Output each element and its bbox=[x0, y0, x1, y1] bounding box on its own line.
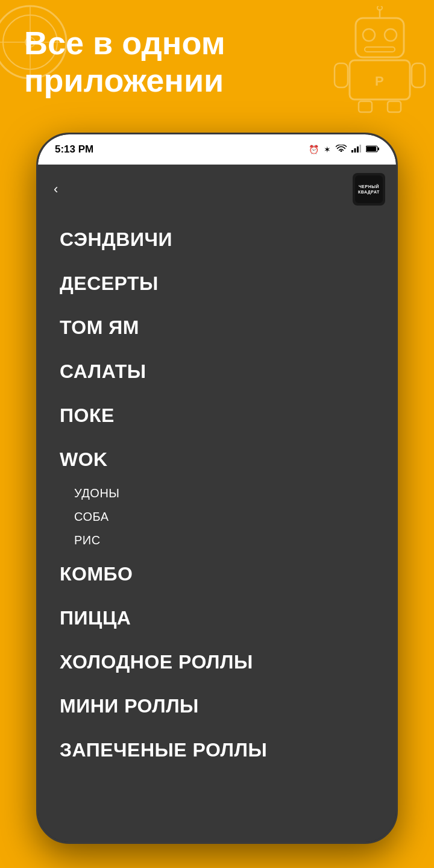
phone-screen: 5:13 PM ⏰ ✶ ‹ bbox=[38, 134, 396, 842]
logo-line2: КВАДРАТ bbox=[358, 190, 380, 194]
menu-item-tom-yam[interactable]: ТОМ ЯМ bbox=[38, 306, 396, 350]
svg-rect-13 bbox=[388, 101, 401, 112]
menu-item-desserts[interactable]: ДЕСЕРТЫ bbox=[38, 262, 396, 306]
phone-frame: 5:13 PM ⏰ ✶ ‹ bbox=[36, 133, 398, 844]
menu-item-combo[interactable]: КОМБО bbox=[38, 552, 396, 596]
wifi-icon bbox=[336, 145, 347, 155]
svg-rect-22 bbox=[366, 146, 376, 151]
menu-sub-item-soba[interactable]: СОБА bbox=[38, 505, 396, 529]
svg-rect-17 bbox=[351, 150, 353, 153]
menu-item-sandwiches[interactable]: СЭНДВИЧИ bbox=[38, 218, 396, 262]
svg-text:Р: Р bbox=[375, 74, 384, 89]
menu-list[interactable]: СЭНДВИЧИ ДЕСЕРТЫ ТОМ ЯМ САЛАТЫ ПОКЕ WOK … bbox=[38, 212, 396, 842]
alarm-icon: ⏰ bbox=[309, 145, 319, 154]
menu-sub-item-udon[interactable]: УДОНЫ bbox=[38, 482, 396, 505]
bluetooth-icon: ✶ bbox=[324, 145, 331, 154]
svg-point-6 bbox=[363, 29, 375, 41]
logo-line1: ЧЕРНЫЙ bbox=[359, 184, 379, 189]
menu-sub-item-rice[interactable]: РИС bbox=[38, 529, 396, 552]
menu-item-cold-rolls[interactable]: ХОЛОДНОЕ РОЛЛЫ bbox=[38, 640, 396, 684]
svg-rect-12 bbox=[359, 101, 372, 112]
svg-rect-5 bbox=[356, 18, 404, 57]
svg-rect-14 bbox=[335, 63, 348, 87]
menu-item-poke[interactable]: ПОКЕ bbox=[38, 394, 396, 438]
svg-rect-15 bbox=[412, 63, 425, 87]
menu-item-salads[interactable]: САЛАТЫ bbox=[38, 350, 396, 394]
svg-point-7 bbox=[385, 29, 397, 41]
svg-rect-19 bbox=[357, 146, 359, 153]
menu-item-pizza[interactable]: ПИЦЦА bbox=[38, 596, 396, 640]
svg-rect-18 bbox=[354, 148, 356, 153]
svg-point-10 bbox=[377, 6, 382, 10]
svg-rect-11 bbox=[350, 60, 410, 99]
app-content: ‹ ЧЕРНЫЙ КВАДРАТ СЭНДВИЧИ ДЕСЕРТЫ ТОМ ЯМ… bbox=[38, 165, 396, 842]
menu-item-baked-rolls[interactable]: ЗАПЕЧЕНЫЕ РОЛЛЫ bbox=[38, 728, 396, 772]
status-icons: ⏰ ✶ bbox=[309, 145, 379, 155]
robot-deco-icon: Р bbox=[332, 6, 428, 115]
nav-bar: ‹ ЧЕРНЫЙ КВАДРАТ bbox=[38, 165, 396, 212]
battery-icon bbox=[366, 145, 379, 154]
svg-rect-8 bbox=[365, 47, 395, 52]
status-bar: 5:13 PM ⏰ ✶ bbox=[38, 134, 396, 165]
svg-rect-20 bbox=[360, 145, 362, 153]
svg-rect-23 bbox=[378, 148, 379, 151]
back-button[interactable]: ‹ bbox=[49, 179, 63, 200]
status-time: 5:13 PM bbox=[55, 143, 93, 156]
menu-item-wok[interactable]: WOK bbox=[38, 438, 396, 482]
logo-inner: ЧЕРНЫЙ КВАДРАТ bbox=[355, 175, 383, 203]
signal-icon bbox=[351, 145, 361, 154]
restaurant-logo[interactable]: ЧЕРНЫЙ КВАДРАТ bbox=[353, 173, 385, 206]
header-title: Все в одном приложении bbox=[24, 24, 225, 99]
menu-item-mini-rolls[interactable]: МИНИ РОЛЛЫ bbox=[38, 684, 396, 728]
